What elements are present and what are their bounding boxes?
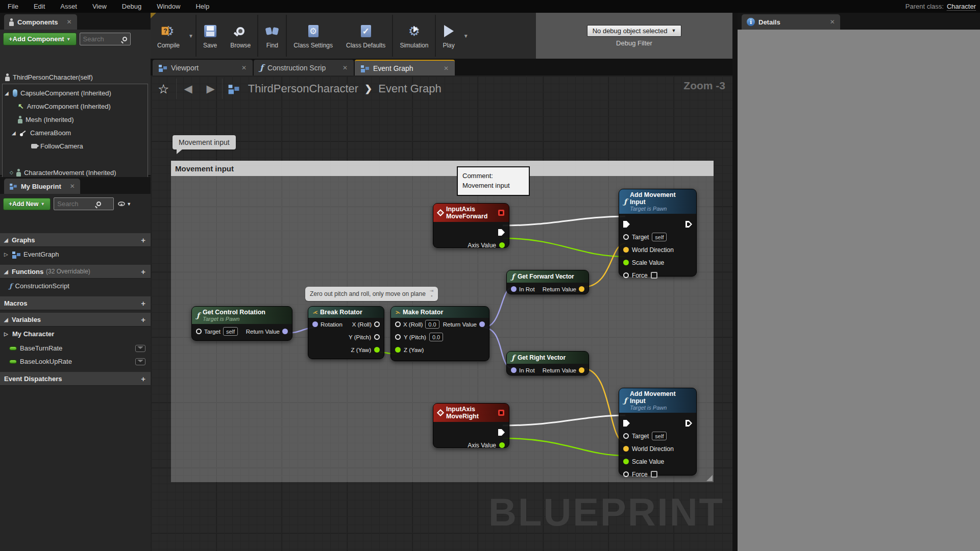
components-tab[interactable]: Components ✕ [4, 14, 77, 30]
node-get-control-rotation[interactable]: ƒ Get Control Rotation Target is Pawn Ta… [191, 306, 292, 341]
node-inputaxis-moveright[interactable]: InputAxis MoveRight Axis Value [433, 403, 509, 448]
tree-row-charactermovement[interactable]: ◇ CharacterMovement (Inherited) [10, 167, 116, 178]
node-comment-bubble[interactable]: Zero out pitch and roll, only move on pl… [305, 287, 438, 301]
class-settings-button[interactable]: ⚙ Class Settings [287, 13, 339, 59]
details-tab[interactable]: i Details ✕ [742, 14, 840, 30]
target-pin[interactable] [623, 234, 629, 240]
rotation-pin[interactable] [312, 321, 318, 327]
variable-visibility-icon[interactable] [135, 358, 145, 365]
save-button[interactable]: Save [197, 13, 224, 59]
variables-section-header[interactable]: ◢ Variables + [0, 313, 151, 327]
return-value-pin[interactable] [579, 367, 584, 373]
debug-object-dropdown[interactable]: No debug object selected ▼ [587, 25, 682, 37]
collapse-arrow-icon[interactable]: ▷ [4, 252, 9, 257]
node-header[interactable]: ƒ Add Movement Input Target is Pawn [619, 189, 696, 214]
tree-row-cameraboom[interactable]: ◢ CameraBoom [12, 127, 71, 138]
menu-debug[interactable]: Debug [114, 0, 149, 13]
myblueprint-search-input[interactable] [57, 200, 94, 208]
node-break-rotator[interactable]: -< Break Rotator Rotation X (Roll) Y (Pi… [308, 306, 384, 359]
return-value-pin[interactable] [579, 286, 584, 292]
node-get-right-vector[interactable]: ƒ Get Right Vector In Rot Return Value [506, 351, 589, 375]
tab-event-graph[interactable]: Event Graph ✕ [355, 60, 455, 76]
close-icon[interactable]: ✕ [241, 64, 247, 71]
target-pin[interactable] [623, 433, 629, 439]
functions-section-header[interactable]: ◢ Functions (32 Overridable) + [0, 265, 151, 279]
close-icon[interactable]: ✕ [66, 18, 71, 26]
variable-row-baselookuprate[interactable]: BaseLookUpRate [0, 355, 151, 368]
node-header[interactable]: >- Make Rotator [391, 307, 489, 318]
return-value-pin[interactable] [479, 321, 485, 327]
node-add-movement-input-top[interactable]: ƒ Add Movement Input Target is Pawn Targ… [619, 189, 697, 277]
node-make-rotator[interactable]: >- Make Rotator X (Roll) 0.0 Return Valu… [390, 306, 489, 361]
scale-value-pin[interactable] [623, 459, 629, 464]
in-rot-pin[interactable] [511, 286, 517, 292]
close-icon[interactable]: ✕ [444, 65, 449, 72]
tab-viewport[interactable]: Viewport ✕ [153, 60, 253, 76]
eventgraph-row[interactable]: ▷ EventGraph [0, 248, 151, 261]
add-graph-button[interactable]: + [141, 236, 145, 244]
dispatchers-section-header[interactable]: Event Dispatchers + [0, 372, 151, 386]
add-function-button[interactable]: + [141, 267, 145, 276]
node-add-movement-input-bottom[interactable]: ƒ Add Movement Input Target is Pawn Targ… [619, 388, 697, 475]
graphs-section-header[interactable]: ◢ Graphs + [0, 233, 151, 247]
node-header[interactable]: InputAxis MoveForward [433, 204, 509, 222]
world-direction-pin[interactable] [623, 446, 629, 452]
exec-out-pin[interactable] [498, 229, 505, 236]
breadcrumb-root[interactable]: ThirdPersonCharacter [248, 82, 358, 95]
add-macro-button[interactable]: + [141, 299, 145, 308]
comment-bubble[interactable]: Movement input [173, 135, 236, 149]
node-header[interactable]: ƒ Get Right Vector [507, 352, 589, 364]
compile-button[interactable]: ⚙? Compile [151, 13, 186, 59]
exec-in-pin[interactable] [623, 221, 630, 228]
node-get-forward-vector[interactable]: ƒ Get Forward Vector In Rot Return Value [506, 270, 589, 294]
force-pin[interactable] [623, 471, 629, 477]
world-direction-pin[interactable] [623, 247, 629, 253]
menu-help[interactable]: Help [188, 0, 217, 13]
tree-row-mesh[interactable]: Mesh (Inherited) [18, 114, 74, 125]
browse-button[interactable]: Browse [224, 13, 257, 59]
node-header[interactable]: ƒ Get Control Rotation Target is Pawn [192, 307, 292, 324]
bookmark-star-icon[interactable]: ☆ [151, 82, 176, 96]
menu-window[interactable]: Window [149, 0, 188, 13]
menu-asset[interactable]: Asset [53, 0, 85, 13]
node-header[interactable]: -< Break Rotator [308, 307, 384, 318]
tree-row-followcamera[interactable]: FollowCamera [31, 140, 83, 152]
add-dispatcher-button[interactable]: + [141, 374, 145, 383]
node-header[interactable]: ƒ Add Movement Input Target is Pawn [619, 388, 696, 413]
target-pin[interactable] [196, 329, 202, 334]
menu-edit[interactable]: Edit [26, 0, 53, 13]
tab-construction-script[interactable]: ƒ Construction Scrip ✕ [254, 60, 354, 76]
menu-view[interactable]: View [85, 0, 114, 13]
close-icon[interactable]: ✕ [342, 64, 348, 71]
constructionscript-row[interactable]: ƒ ConstructionScript [0, 280, 151, 292]
find-button[interactable]: Find [258, 13, 286, 59]
yaw-pin[interactable] [395, 347, 401, 353]
exec-out-pin[interactable] [685, 420, 692, 427]
tree-row-capsule[interactable]: ◢ CapsuleComponent (Inherited) [5, 87, 111, 98]
add-new-button[interactable]: +Add New ▼ [3, 198, 51, 210]
return-value-pin[interactable] [282, 329, 288, 334]
play-options-caret[interactable]: ▼ [461, 33, 471, 39]
myblueprint-search[interactable] [54, 197, 114, 210]
target-value-box[interactable]: self [652, 432, 667, 440]
node-inputaxis-moveforward[interactable]: InputAxis MoveForward Axis Value [433, 203, 509, 248]
macros-section-header[interactable]: Macros + [0, 296, 151, 310]
roll-pin[interactable] [374, 321, 380, 327]
close-icon[interactable]: ✕ [830, 18, 835, 26]
class-defaults-button[interactable]: ✓ Class Defaults [339, 13, 392, 59]
add-variable-button[interactable]: + [141, 315, 145, 324]
add-component-button[interactable]: +Add Component ▼ [3, 33, 77, 45]
simulation-button[interactable]: ⚙ Simulation [393, 13, 435, 59]
force-checkbox[interactable] [651, 471, 657, 478]
node-header[interactable]: ƒ Get Forward Vector [507, 270, 589, 283]
pitch-pin[interactable] [395, 334, 401, 340]
expand-arrow-icon[interactable]: ◢ [12, 130, 17, 136]
exec-in-pin[interactable] [623, 420, 630, 427]
close-icon[interactable]: ✕ [70, 183, 75, 190]
parent-class-link[interactable]: Character [947, 3, 976, 11]
in-rot-pin[interactable] [511, 367, 517, 373]
tree-row-arrow[interactable]: ↖ ArrowComponent (Inherited) [18, 101, 111, 112]
target-value-box[interactable]: self [223, 327, 238, 336]
variable-visibility-icon[interactable] [135, 345, 145, 352]
exec-out-pin[interactable] [685, 221, 692, 228]
